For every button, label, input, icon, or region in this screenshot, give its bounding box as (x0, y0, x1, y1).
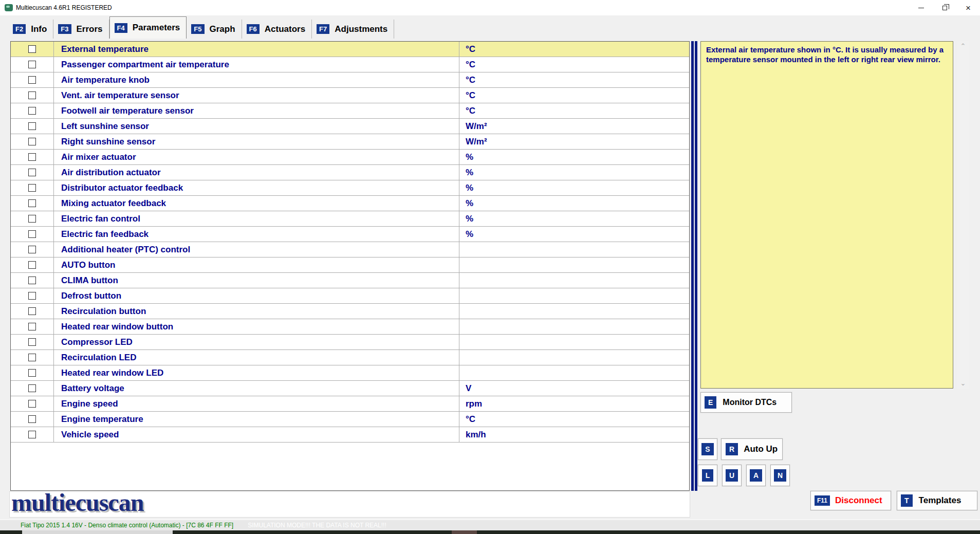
row-checkbox[interactable] (28, 431, 36, 438)
table-row[interactable]: External temperature°C (11, 42, 689, 57)
tab-graph[interactable]: F5Graph (187, 20, 242, 39)
row-checkbox[interactable] (28, 138, 36, 145)
hotkey-button-l[interactable]: L (698, 465, 717, 486)
row-checkbox[interactable] (28, 107, 36, 115)
hotkey-button-n[interactable]: N (770, 465, 790, 486)
row-checkbox[interactable] (28, 400, 36, 408)
row-checkbox[interactable] (28, 261, 36, 269)
param-label: Engine speed (54, 396, 459, 411)
table-row[interactable]: Air mixer actuator% (11, 150, 689, 165)
table-row[interactable]: Mixing actuator feedback% (11, 196, 689, 211)
tab-info[interactable]: F2Info (8, 20, 53, 39)
fkey-badge: F3 (58, 24, 71, 34)
close-button[interactable]: × (956, 0, 980, 15)
row-checkbox[interactable] (28, 277, 36, 284)
table-row[interactable]: Engine temperature°C (11, 412, 689, 427)
tab-adjustments[interactable]: F7Adjustments (312, 20, 394, 39)
hotkey-button-a[interactable]: A (746, 465, 766, 486)
table-row[interactable]: Heated rear window button (11, 319, 689, 335)
tab-label: Info (31, 24, 47, 34)
row-checkbox[interactable] (28, 122, 36, 130)
disconnect-button[interactable]: F11 Disconnect (810, 491, 891, 510)
table-row[interactable]: Distributor actuator feedback% (11, 180, 689, 196)
table-row[interactable]: Recirculation button (11, 304, 689, 319)
tab-parameters[interactable]: F4Parameters (109, 16, 187, 39)
table-row[interactable]: Electric fan control% (11, 211, 689, 227)
param-unit: °C (459, 42, 689, 57)
table-row[interactable]: Recirculation LED (11, 350, 689, 365)
row-checkbox[interactable] (28, 76, 36, 84)
tab-label: Graph (210, 24, 235, 34)
row-checkbox[interactable] (28, 292, 36, 300)
row-checkbox[interactable] (28, 91, 36, 99)
param-unit: % (459, 165, 689, 180)
param-label: Air mixer actuator (54, 150, 459, 164)
minimize-button[interactable] (909, 0, 933, 15)
row-checkbox[interactable] (28, 354, 36, 361)
row-checkbox[interactable] (28, 323, 36, 330)
row-checkbox[interactable] (28, 215, 36, 223)
table-row[interactable]: Left sunshine sensorW/m² (11, 119, 689, 134)
checkbox-cell (11, 257, 54, 272)
param-label: Right sunshine sensor (54, 134, 459, 149)
hotkey-badge-f11: F11 (815, 495, 830, 506)
tab-actuators[interactable]: F6Actuators (242, 20, 312, 39)
row-checkbox[interactable] (28, 246, 36, 253)
table-row[interactable]: Additional heater (PTC) control (11, 242, 689, 257)
row-checkbox[interactable] (28, 153, 36, 161)
param-unit: °C (459, 72, 689, 87)
scroll-up-icon[interactable]: ⌃ (960, 41, 966, 51)
table-row[interactable]: Defrost button (11, 288, 689, 304)
checkbox-cell (11, 273, 54, 288)
param-label: Passenger compartment air temperature (54, 57, 459, 72)
row-checkbox[interactable] (28, 169, 36, 176)
row-checkbox[interactable] (28, 61, 36, 68)
checkbox-cell (11, 335, 54, 349)
table-row[interactable]: Right sunshine sensorW/m² (11, 134, 689, 150)
param-label: Left sunshine sensor (54, 119, 459, 134)
scroll-down-icon[interactable]: ⌄ (960, 378, 966, 389)
hotkey-button-u[interactable]: U (722, 465, 742, 486)
status-vehicle-text: Fiat Tipo 2015 1.4 16V - Denso climate c… (21, 522, 233, 529)
table-row[interactable]: Air distribution actuator% (11, 165, 689, 180)
table-row[interactable]: Compressor LED (11, 335, 689, 350)
table-row[interactable]: Vehicle speedkm/h (11, 427, 689, 443)
row-checkbox[interactable] (28, 45, 36, 53)
table-row[interactable]: Passenger compartment air temperature°C (11, 57, 689, 72)
templates-button[interactable]: T Templates (897, 491, 977, 510)
row-checkbox[interactable] (28, 369, 36, 377)
table-row[interactable]: AUTO button (11, 257, 689, 273)
table-row[interactable]: Vent. air temperature sensor°C (11, 88, 689, 103)
row-checkbox[interactable] (28, 338, 36, 346)
row-checkbox[interactable] (28, 199, 36, 207)
row-checkbox[interactable] (28, 384, 36, 392)
checkbox-cell (11, 242, 54, 257)
monitor-dtcs-button[interactable]: E Monitor DTCs (700, 392, 792, 413)
hotkey-badge-r: R (726, 443, 738, 455)
table-row[interactable]: Heated rear window LED (11, 365, 689, 381)
table-row[interactable]: Footwell air temperature sensor°C (11, 103, 689, 119)
row-checkbox[interactable] (28, 415, 36, 423)
param-unit (459, 242, 689, 257)
fkey-badge: F7 (317, 24, 329, 34)
param-unit: V (459, 381, 689, 396)
row-checkbox[interactable] (28, 184, 36, 192)
table-row[interactable]: Engine speedrpm (11, 396, 689, 412)
monitor-dtcs-label: Monitor DTCs (723, 398, 776, 407)
tab-label: Adjustments (335, 24, 387, 34)
tab-errors[interactable]: F3Errors (53, 20, 109, 39)
hotkey-button-s[interactable]: S (698, 438, 717, 460)
table-row[interactable]: Battery voltageV (11, 381, 689, 396)
table-row[interactable]: Electric fan feedback% (11, 227, 689, 242)
param-label: Footwell air temperature sensor (54, 103, 459, 118)
close-icon: × (966, 4, 971, 12)
checkbox-cell (11, 196, 54, 211)
table-row[interactable]: CLIMA button (11, 273, 689, 288)
row-checkbox[interactable] (28, 230, 36, 238)
auto-up-button[interactable]: R Auto Up (721, 438, 783, 460)
description-scrollbar[interactable]: ⌃ ⌄ (957, 41, 969, 389)
hotkey-badge-l: L (702, 469, 714, 482)
table-row[interactable]: Air temperature knob°C (11, 72, 689, 88)
restore-button[interactable] (933, 0, 956, 15)
row-checkbox[interactable] (28, 307, 36, 315)
